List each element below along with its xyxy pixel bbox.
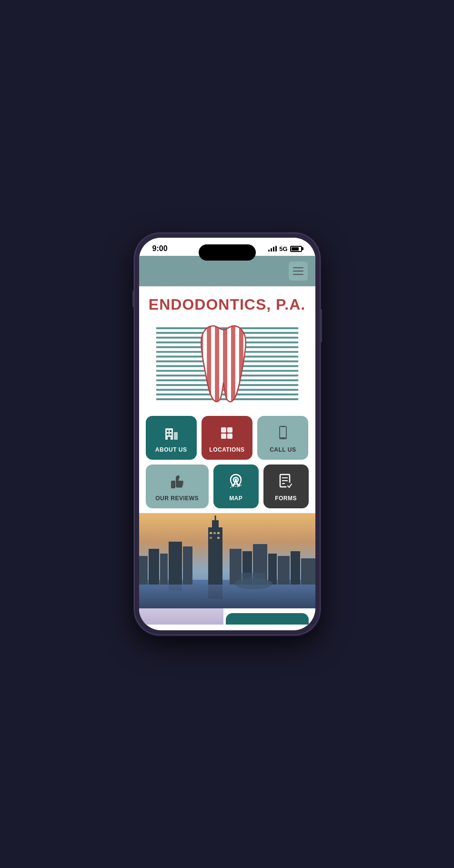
svg-rect-30 [168,437,171,440]
svg-rect-25 [174,432,178,440]
svg-rect-51 [160,554,168,585]
svg-rect-60 [268,554,277,585]
signal-bars-icon [268,246,277,252]
form-icon [277,473,294,490]
svg-rect-50 [149,549,159,585]
status-time: 9:00 [152,244,168,253]
phone-frame: 9:00 5G [134,233,320,635]
svg-rect-67 [210,537,212,539]
svg-rect-52 [169,542,182,585]
hamburger-line-2 [293,271,303,272]
our-reviews-button[interactable]: OUR REVIEWS [146,464,209,508]
logo-area: ENDODONTICS, P.A. [139,286,315,411]
app-content: ENDODONTICS, P.A. [139,256,315,625]
call-us-label: CALL US [270,446,296,453]
network-label: 5G [279,245,287,252]
meet-doctors-button[interactable]: MEET OUR DOCTORS [226,613,308,625]
building-icon [162,424,180,442]
svg-rect-65 [213,532,216,534]
grid-icon [218,424,235,442]
svg-rect-39 [171,481,175,488]
svg-rect-54 [208,527,222,585]
locations-label: LOCATIONS [209,446,244,453]
map-button[interactable]: MAP [213,464,259,508]
svg-rect-29 [170,434,172,435]
bottom-section: MEET OUR DOCTORS [139,608,315,625]
about-us-button[interactable]: ABOUT US [146,416,197,460]
buttons-row-1: ABOUT US LOCATIONS [146,416,309,460]
svg-rect-62 [291,551,300,585]
doctor-photo [139,608,224,625]
svg-rect-53 [183,546,192,585]
battery-icon [290,246,302,252]
svg-rect-70 [169,584,182,591]
call-us-button[interactable]: CALL US [257,416,308,460]
svg-rect-63 [301,558,315,585]
svg-rect-72 [242,573,265,584]
map-label: MAP [229,495,242,502]
hamburger-button[interactable] [289,262,308,281]
our-reviews-label: OUR REVIEWS [155,495,199,502]
phone-screen: 9:00 5G [139,238,315,630]
svg-rect-21 [231,326,235,404]
buttons-row-2: OUR REVIEWS MAP [146,464,309,508]
about-us-label: ABOUT US [155,446,187,453]
svg-rect-64 [210,532,212,534]
svg-rect-49 [139,556,148,585]
svg-point-41 [235,478,237,481]
locations-button[interactable]: LOCATIONS [202,416,252,460]
svg-rect-36 [280,427,286,437]
svg-rect-34 [227,434,232,439]
app-title: ENDODONTICS, P.A. [147,296,308,313]
svg-rect-28 [167,434,169,435]
action-buttons-grid: ABOUT US LOCATIONS [139,411,315,513]
svg-rect-32 [227,427,232,433]
svg-rect-66 [217,532,220,534]
city-image [139,513,315,608]
hamburger-line-3 [293,274,303,275]
hamburger-line-1 [293,267,303,268]
svg-point-37 [282,437,283,439]
status-bar: 9:00 5G [139,238,315,256]
svg-rect-27 [170,430,172,432]
forms-label: FORMS [275,495,297,502]
svg-rect-38 [281,426,285,427]
svg-rect-33 [221,434,226,439]
phone-icon [274,424,292,442]
svg-rect-57 [230,549,242,585]
status-icons: 5G [268,245,302,252]
map-icon [227,473,244,490]
svg-rect-61 [278,556,290,585]
tooth-logo [147,321,308,406]
svg-rect-19 [215,326,219,404]
svg-rect-31 [221,427,226,433]
thumbsup-icon [169,473,186,490]
svg-rect-26 [167,430,169,432]
dynamic-island [199,244,256,261]
forms-button[interactable]: FORMS [263,464,309,508]
svg-rect-73 [139,608,224,625]
svg-rect-68 [217,537,220,539]
battery-fill [292,247,299,251]
svg-rect-69 [208,585,222,599]
